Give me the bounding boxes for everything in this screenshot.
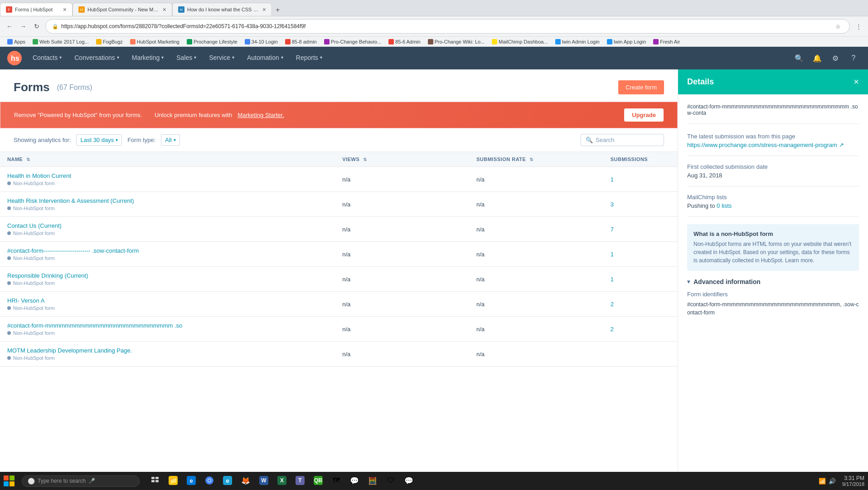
taskbar-app-ie[interactable]: e <box>219 472 236 490</box>
table-row[interactable]: Responsible Drinking (Current) Non-HubSp… <box>0 267 678 292</box>
nav-item-sales[interactable]: Sales ▾ <box>171 47 202 69</box>
bookmark-apps[interactable]: Apps <box>5 38 28 45</box>
submissions-link-4[interactable]: 1 <box>611 276 614 283</box>
bookmark-85-6[interactable]: 85-6 Admin <box>386 38 423 45</box>
taskbar-app-messenger[interactable]: 💬 <box>401 472 417 490</box>
taskbar-app-excel[interactable]: X <box>274 472 290 490</box>
taskbar-app-maps[interactable]: 🗺 <box>328 472 344 490</box>
nav-item-conversations[interactable]: Conversations ▾ <box>69 47 125 69</box>
help-icon[interactable]: ? <box>846 51 861 65</box>
forward-button[interactable]: → <box>18 21 28 31</box>
form-type-label-2: Non-HubSpot form <box>13 230 55 236</box>
bookmark-85-8[interactable]: 85-8 admin <box>282 38 320 45</box>
bookmark-prochange-lifestyle[interactable]: Prochange Lifestyle <box>184 38 240 45</box>
submissions-link-0[interactable]: 1 <box>611 176 614 183</box>
submissions-link-1[interactable]: 3 <box>611 201 614 208</box>
banner-link[interactable]: Marketing Starter. <box>238 112 284 118</box>
browser-tab-1[interactable]: F Forms | HubSpot × <box>0 3 73 16</box>
settings-icon[interactable]: ⚙ <box>828 51 843 65</box>
date-filter-dropdown[interactable]: Last 30 days ▾ <box>76 134 122 146</box>
taskbar-app-antivirus[interactable]: 🛡 <box>383 472 399 490</box>
notifications-icon[interactable]: 🔔 <box>810 51 824 65</box>
submissions-link-5[interactable]: 2 <box>611 301 614 308</box>
browser-tab-2[interactable]: H HubSpot Community - New Me... × <box>73 3 172 16</box>
form-type-dot-7 <box>7 356 11 360</box>
browser-tab-3[interactable]: H How do I know what the CSS sel... × <box>172 3 272 16</box>
nav-item-marketing[interactable]: Marketing ▾ <box>126 47 169 69</box>
type-filter-dropdown[interactable]: All ▾ <box>161 134 179 146</box>
nav-item-contacts[interactable]: Contacts ▾ <box>27 47 67 69</box>
form-name-link-5[interactable]: HRI- Verson A <box>7 297 44 304</box>
bookmark-fogbugz[interactable]: FogBugz <box>93 38 126 45</box>
taskbar-app-firefox[interactable]: 🦊 <box>238 472 254 490</box>
table-row[interactable]: #contact-form------------------------ .s… <box>0 242 678 267</box>
tab-close-2[interactable]: × <box>163 6 166 13</box>
bookmark-favicon-34-10 <box>245 39 250 44</box>
create-form-button[interactable]: Create form <box>618 80 664 94</box>
address-bar[interactable]: 🔒 https://app.hubspot.com/forms/2882078/… <box>45 19 850 34</box>
taskbar-clock[interactable]: 3:31 PM 9/17/2018 <box>839 475 868 487</box>
bookmark-iwin-admin[interactable]: Iwin Admin Login <box>553 38 602 45</box>
table-row[interactable]: Contact Us (Current) Non-HubSpot form n/… <box>0 217 678 242</box>
search-nav-icon[interactable]: 🔍 <box>792 51 806 65</box>
advanced-toggle[interactable]: ▾ Advanced information <box>687 278 859 285</box>
taskbar-app-chrome[interactable] <box>201 472 218 490</box>
table-row[interactable]: Health Risk Intervention & Assessment (C… <box>0 192 678 217</box>
taskbar-search-box[interactable]: ⚪ Type here to search 🎤 <box>22 475 140 487</box>
taskbar-app-edge[interactable]: e <box>183 472 199 490</box>
bookmark-star-icon[interactable]: ☆ <box>833 21 843 31</box>
submissions-link-3[interactable]: 1 <box>611 251 614 258</box>
bookmark-34-10[interactable]: 34-10 Login <box>242 38 281 45</box>
taskbar-app-quickbooks[interactable]: QB <box>310 472 326 490</box>
taskbar-app-word[interactable]: W <box>256 472 272 490</box>
mailchimp-lists-link[interactable]: 0 lists <box>717 202 732 209</box>
form-name-link-4[interactable]: Responsible Drinking (Current) <box>7 272 88 279</box>
col-submission-rate[interactable]: SUBMISSION RATE ⇅ <box>469 152 603 167</box>
bookmark-fresh-air[interactable]: Fresh Air <box>650 38 683 45</box>
start-button[interactable] <box>0 472 18 490</box>
bookmark-prochange-behavior[interactable]: Pro-Change Behavio... <box>321 38 384 45</box>
tab-close-3[interactable]: × <box>262 6 266 13</box>
new-tab-button[interactable]: + <box>272 4 283 16</box>
volume-icon[interactable]: 🔊 <box>829 478 836 485</box>
form-name-link-1[interactable]: Health Risk Intervention & Assessment (C… <box>7 197 134 204</box>
nav-item-service[interactable]: Service ▾ <box>204 47 240 69</box>
table-row[interactable]: Health in Motion Current Non-HubSpot for… <box>0 167 678 192</box>
bookmark-iwin-app[interactable]: Iwin App Login <box>604 38 649 45</box>
bookmark-hubspot-marketing[interactable]: HubSpot Marketing <box>127 38 182 45</box>
bookmark-web-suite[interactable]: Web Suite 2017 Log... <box>30 38 92 45</box>
form-name-link-6[interactable]: #contact-form-mmmmmmmmmmmmmmmmmmmmmmmmmm… <box>7 322 182 329</box>
taskbar-app-task-view[interactable] <box>147 472 163 490</box>
form-name-link-3[interactable]: #contact-form------------------------ .s… <box>7 247 139 254</box>
table-row[interactable]: MOTM Leadership Development Landing Page… <box>0 342 678 367</box>
col-views[interactable]: VIEWS ⇅ <box>335 152 469 167</box>
submissions-link-6[interactable]: 2 <box>611 326 614 333</box>
refresh-button[interactable]: ↻ <box>32 21 42 31</box>
search-box[interactable]: 🔍 <box>581 134 664 146</box>
form-name-link-2[interactable]: Contact Us (Current) <box>7 222 62 229</box>
bookmark-mailchimp[interactable]: MailChimp Dashboa... <box>489 38 550 45</box>
details-close-button[interactable]: × <box>853 77 859 87</box>
taskbar-app-teams[interactable]: T <box>292 472 308 490</box>
hubspot-logo[interactable]: hs <box>7 51 22 65</box>
form-name-link-0[interactable]: Health in Motion Current <box>7 172 71 179</box>
taskbar-app-slack[interactable]: 💬 <box>346 472 363 490</box>
nav-item-automation[interactable]: Automation ▾ <box>242 47 289 69</box>
taskbar-app-explorer[interactable]: 📁 <box>165 472 181 490</box>
table-row[interactable]: HRI- Verson A Non-HubSpot form n/a n/a 2 <box>0 292 678 317</box>
form-name-link-7[interactable]: MOTM Leadership Development Landing Page… <box>7 347 132 354</box>
table-row[interactable]: #contact-form-mmmmmmmmmmmmmmmmmmmmmmmmmm… <box>0 317 678 342</box>
col-name[interactable]: NAME ⇅ <box>0 152 335 167</box>
upgrade-button[interactable]: Upgrade <box>624 108 664 122</box>
col-submissions[interactable]: SUBMISSIONS <box>603 152 678 167</box>
bookmark-prochange-wiki[interactable]: Pro-Change Wiki: Lo... <box>425 38 488 45</box>
search-input[interactable] <box>596 137 659 143</box>
extensions-icon[interactable]: ⋮ <box>853 21 863 31</box>
back-button[interactable]: ← <box>5 21 15 31</box>
latest-submission-url[interactable]: https://www.prochange.com/stress-managem… <box>687 142 859 148</box>
network-icon[interactable]: 📶 <box>819 478 826 485</box>
tab-close-1[interactable]: × <box>63 6 67 13</box>
nav-item-reports[interactable]: Reports ▾ <box>291 47 328 69</box>
submissions-link-2[interactable]: 7 <box>611 226 614 233</box>
taskbar-app-calc[interactable]: 🧮 <box>364 472 381 490</box>
